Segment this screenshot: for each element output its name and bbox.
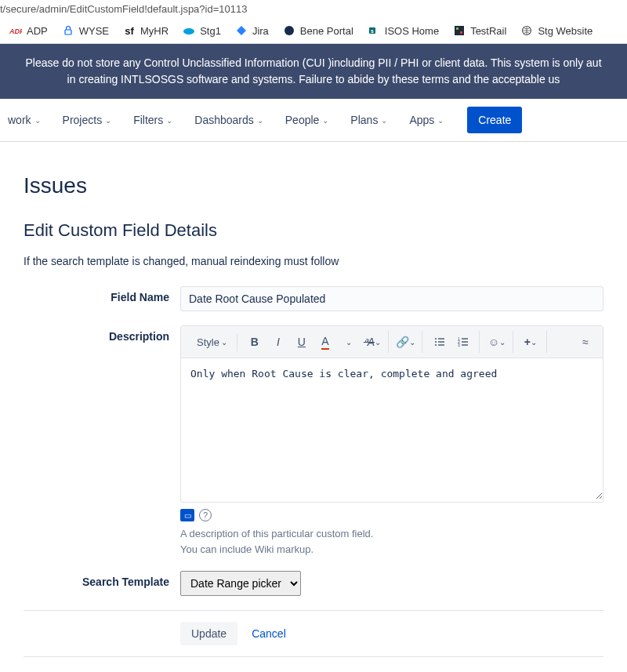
sharepoint-icon: s (368, 24, 380, 37)
underline-icon[interactable]: U (291, 331, 313, 353)
rich-text-editor: Style⌄ B I U A ⌄ ᵃA⌄ 🔗⌄ (180, 325, 603, 503)
chevron-down-icon: ⌄ (257, 116, 263, 125)
description-row: Description Style⌄ B I U A ⌄ ᵃA⌄ (24, 325, 603, 557)
chevron-down-icon: ⌄ (34, 116, 41, 125)
jira-icon (235, 24, 248, 37)
svg-rect-19 (462, 341, 468, 342)
bookmarks-bar: ADP ADP WYSE sf MyHR Stg1 Jira Bene Port… (0, 18, 627, 44)
nav-projects[interactable]: Projects⌄ (55, 109, 120, 131)
nav-plans[interactable]: Plans⌄ (342, 109, 395, 131)
bookmark-adp[interactable]: ADP ADP (9, 24, 48, 37)
bookmark-stg1[interactable]: Stg1 (183, 24, 221, 37)
divider-bottom (24, 656, 603, 657)
nav-work[interactable]: work⌄ (0, 109, 49, 131)
chevron-down-icon: ⌄ (437, 116, 444, 125)
create-button[interactable]: Create (467, 107, 522, 133)
svg-point-3 (285, 26, 294, 35)
bookmark-stgweb[interactable]: Stg Website (520, 24, 593, 37)
chevron-down-icon: ⌄ (322, 116, 328, 125)
italic-icon[interactable]: I (267, 331, 289, 353)
circle-icon (283, 24, 295, 37)
svg-rect-11 (438, 338, 444, 339)
svg-rect-7 (456, 27, 458, 30)
help-icon[interactable]: ? (199, 509, 212, 521)
update-button[interactable]: Update (180, 622, 237, 645)
svg-text:s: s (371, 28, 374, 34)
collapse-toolbar-icon[interactable]: ≈ (574, 331, 596, 353)
bookmark-jira[interactable]: Jira (235, 24, 269, 37)
insert-icon[interactable]: +⌄ (520, 331, 542, 353)
svg-rect-13 (438, 341, 444, 342)
nav-filters[interactable]: Filters⌄ (125, 109, 180, 131)
search-template-row: Search Template Date Range picker (24, 571, 603, 596)
svg-text:3: 3 (458, 343, 460, 347)
svg-point-12 (435, 341, 437, 343)
cancel-link[interactable]: Cancel (252, 627, 286, 640)
lock-icon (62, 24, 74, 37)
content-area: Issues Edit Custom Field Details If the … (0, 142, 627, 672)
field-name-input[interactable] (180, 286, 603, 311)
page-title: Issues (24, 173, 603, 198)
testrail-icon (453, 24, 466, 37)
nav-people[interactable]: People⌄ (277, 109, 337, 131)
chevron-down-icon: ⌄ (166, 116, 172, 125)
svg-rect-8 (460, 31, 462, 34)
adp-icon: ADP (9, 24, 22, 37)
cloud-icon (183, 24, 195, 37)
section-title: Edit Custom Field Details (24, 220, 603, 241)
bookmark-isos[interactable]: s ISOS Home (368, 24, 439, 37)
more-format-icon[interactable]: ⌄ (338, 331, 360, 353)
svg-rect-6 (455, 26, 464, 35)
clear-format-icon[interactable]: ᵃA⌄ (361, 331, 383, 353)
svg-text:ADP: ADP (9, 27, 22, 35)
sf-icon: sf (123, 24, 136, 37)
chevron-down-icon: ⌄ (105, 116, 111, 125)
svg-point-10 (435, 338, 437, 340)
top-nav: work⌄ Projects⌄ Filters⌄ Dashboards⌄ Peo… (0, 99, 627, 142)
text-color-icon[interactable]: A (314, 331, 336, 353)
editor-toolbar: Style⌄ B I U A ⌄ ᵃA⌄ 🔗⌄ (181, 326, 603, 358)
search-template-label: Search Template (24, 571, 180, 588)
divider (24, 610, 603, 611)
nav-apps[interactable]: Apps⌄ (401, 109, 451, 131)
bookmark-myhr[interactable]: sf MyHR (123, 24, 169, 37)
svg-rect-17 (462, 338, 468, 339)
bookmark-bene[interactable]: Bene Portal (283, 24, 353, 37)
description-label: Description (24, 325, 180, 343)
emoji-icon[interactable]: ☺⌄ (486, 331, 508, 353)
description-hint: A description of this particular custom … (180, 526, 603, 557)
svg-point-2 (183, 28, 194, 35)
editor-footer: ▭ ? (180, 509, 603, 521)
field-name-label: Field Name (24, 286, 180, 303)
field-name-row: Field Name (24, 286, 603, 311)
style-dropdown[interactable]: Style⌄ (192, 333, 232, 351)
url-bar: t/secure/admin/EditCustomField!default.j… (0, 0, 627, 18)
link-icon[interactable]: 🔗⌄ (395, 331, 417, 353)
svg-point-14 (435, 344, 437, 346)
bookmark-wyse[interactable]: WYSE (62, 24, 109, 37)
chevron-down-icon: ⌄ (381, 116, 387, 125)
bold-icon[interactable]: B (244, 331, 266, 353)
svg-rect-1 (65, 30, 71, 35)
nav-dashboards[interactable]: Dashboards⌄ (187, 109, 271, 131)
svg-rect-21 (462, 344, 468, 345)
description-textarea[interactable]: Only when Root Cause is clear, complete … (181, 358, 603, 499)
bookmark-testrail[interactable]: TestRail (453, 24, 506, 37)
search-template-select[interactable]: Date Range picker (180, 571, 301, 596)
number-list-icon[interactable]: 123 (452, 331, 474, 353)
warning-banner: Please do not store any Control Unclassi… (0, 44, 627, 99)
form-actions: Update Cancel (24, 622, 603, 645)
reindex-warning: If the search template is changed, manua… (24, 255, 603, 267)
svg-rect-15 (438, 344, 444, 345)
globe-icon (520, 24, 533, 37)
bullet-list-icon[interactable] (429, 331, 451, 353)
attachment-icon[interactable]: ▭ (180, 509, 194, 521)
